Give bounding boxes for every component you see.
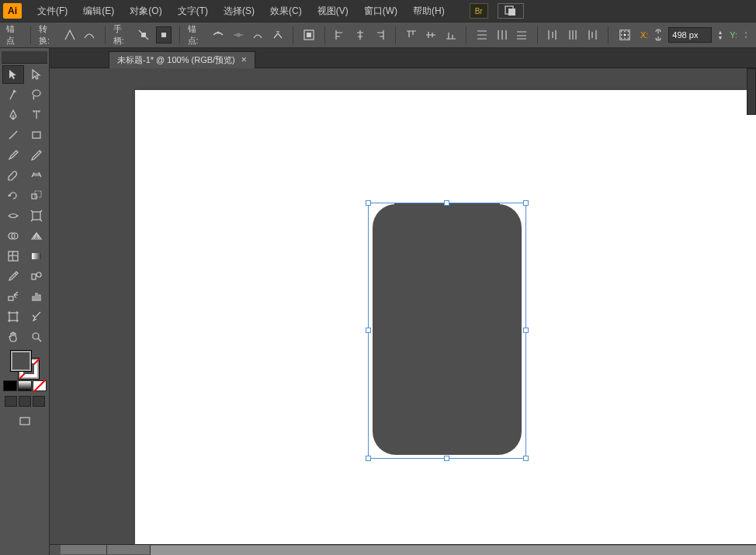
handle-hide-button[interactable] <box>156 26 171 43</box>
bridge-icon[interactable]: Br <box>470 3 488 19</box>
type-tool[interactable] <box>26 106 47 124</box>
align-hcenter-button[interactable] <box>352 26 367 43</box>
scale-tool[interactable] <box>26 186 47 205</box>
dist-bottom-button[interactable] <box>514 26 529 43</box>
fill-color[interactable] <box>11 351 31 371</box>
align-left-button[interactable] <box>333 26 348 43</box>
menu-view[interactable]: 视图(V) <box>311 2 355 21</box>
column-graph-tool[interactable] <box>26 287 47 306</box>
direct-selection-tool[interactable] <box>26 65 47 84</box>
rotate-tool[interactable] <box>2 186 24 205</box>
hand-tool[interactable] <box>2 328 24 346</box>
convert-corner-button[interactable] <box>62 26 77 43</box>
rectangle-tool[interactable] <box>26 126 47 144</box>
tab-bar: 未标题-1* @ 100% (RGB/预览) × <box>50 48 756 68</box>
x-link-icon[interactable] <box>653 26 664 43</box>
selection-tool[interactable] <box>2 65 24 84</box>
menu-effect[interactable]: 效果(C) <box>264 2 308 21</box>
blend-tool[interactable] <box>26 267 47 286</box>
cut-path-button[interactable] <box>270 26 285 43</box>
draw-normal[interactable] <box>5 396 17 407</box>
menubar: Ai 文件(F) 编辑(E) 对象(O) 文字(T) 选择(S) 效果(C) 视… <box>0 0 756 22</box>
collapsed-panel-strip[interactable] <box>747 68 756 115</box>
pencil-tool[interactable] <box>26 146 47 165</box>
screen-mode-button[interactable] <box>13 413 36 430</box>
eyedropper-tool[interactable] <box>2 267 24 286</box>
canvas[interactable] <box>50 68 756 544</box>
blob-brush-tool[interactable] <box>2 166 24 185</box>
handle-br[interactable] <box>523 456 529 461</box>
slice-tool[interactable] <box>26 307 47 326</box>
align-vcenter-button[interactable] <box>423 26 438 43</box>
tab-close-button[interactable]: × <box>241 54 247 65</box>
magic-wand-tool[interactable] <box>2 85 24 104</box>
convert-smooth-button[interactable] <box>81 26 96 43</box>
handle-show-button[interactable] <box>137 26 151 43</box>
shape-builder-tool[interactable] <box>2 227 24 245</box>
transform-ref-button[interactable] <box>616 26 634 43</box>
dist-left-button[interactable] <box>546 26 560 43</box>
dist-vcenter-button[interactable] <box>494 26 509 43</box>
menu-help[interactable]: 帮助(H) <box>407 2 451 21</box>
handle-ml[interactable] <box>366 328 371 333</box>
dist-right-button[interactable] <box>585 26 600 43</box>
zoom-tool[interactable] <box>26 328 47 346</box>
menu-file[interactable]: 文件(F) <box>31 2 74 21</box>
svg-point-31 <box>33 333 39 339</box>
h-scrollbar[interactable] <box>151 545 756 555</box>
arrange-docs-icon[interactable] <box>498 3 524 19</box>
svg-rect-26 <box>32 253 41 259</box>
dist-hcenter-button[interactable] <box>565 26 580 43</box>
draw-inside[interactable] <box>33 396 45 407</box>
add-anchor-button[interactable] <box>231 26 245 43</box>
paintbrush-tool[interactable] <box>2 146 24 165</box>
status-zoom-seg[interactable] <box>61 545 107 554</box>
svg-point-13 <box>624 34 626 36</box>
handle-bl[interactable] <box>366 456 371 461</box>
perspective-grid-tool[interactable] <box>26 227 47 245</box>
swatch-none[interactable] <box>33 380 47 391</box>
handle-tr[interactable] <box>523 200 529 206</box>
lasso-tool[interactable] <box>26 85 47 104</box>
svg-point-17 <box>628 38 629 40</box>
document-tab[interactable]: 未标题-1* @ 100% (RGB/预览) × <box>109 51 255 68</box>
draw-behind[interactable] <box>19 396 31 407</box>
gradient-tool[interactable] <box>26 247 47 265</box>
align-right-button[interactable] <box>373 26 387 43</box>
convert-label: 转换: <box>39 23 56 47</box>
align-bottom-button[interactable] <box>443 26 458 43</box>
connect-anchor-button[interactable] <box>250 26 265 43</box>
swatch-color[interactable] <box>3 380 17 391</box>
menu-edit[interactable]: 编辑(E) <box>77 2 120 21</box>
x-input[interactable] <box>668 27 712 43</box>
tools-panel-grip[interactable] <box>2 51 47 64</box>
x-stepper[interactable]: ▲▼ <box>716 26 723 43</box>
menu-select[interactable]: 选择(S) <box>217 2 261 21</box>
rounded-rect-shape[interactable] <box>373 204 522 455</box>
handle-mr[interactable] <box>523 328 529 333</box>
artboard-tool[interactable] <box>2 307 24 326</box>
width-tool[interactable] <box>2 206 24 225</box>
line-tool[interactable] <box>2 126 24 144</box>
dist-top-button[interactable] <box>474 26 489 43</box>
control-bar: 锚点 转换: 手柄: 锚点: X: ▲▼ Y: <box>0 22 756 48</box>
svg-point-14 <box>628 34 629 36</box>
status-seg-2[interactable] <box>107 545 151 554</box>
remove-anchor-button[interactable] <box>211 26 226 43</box>
swatch-gradient[interactable] <box>18 380 32 391</box>
isolate-button[interactable] <box>301 26 316 43</box>
menu-window[interactable]: 窗口(W) <box>358 2 404 21</box>
free-transform-tool[interactable] <box>26 206 47 225</box>
mesh-tool[interactable] <box>2 247 24 265</box>
handle-bm[interactable] <box>444 456 449 461</box>
menu-type[interactable]: 文字(T) <box>172 2 214 21</box>
align-top-button[interactable] <box>404 26 418 43</box>
svg-rect-22 <box>33 212 40 220</box>
y-link-icon[interactable] <box>742 26 750 43</box>
handle-tl[interactable] <box>366 200 371 206</box>
document-area: 未标题-1* @ 100% (RGB/预览) × <box>50 48 756 555</box>
pen-tool[interactable] <box>2 106 24 124</box>
eraser-tool[interactable] <box>26 166 47 185</box>
symbol-sprayer-tool[interactable] <box>2 287 24 306</box>
menu-object[interactable]: 对象(O) <box>123 2 168 21</box>
